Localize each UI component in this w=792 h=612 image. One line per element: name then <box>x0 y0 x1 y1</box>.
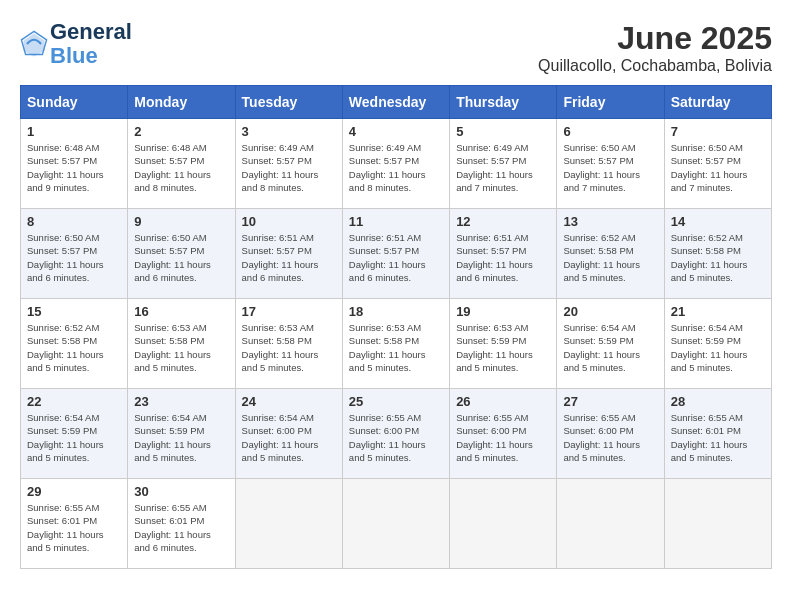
calendar-cell: 19Sunrise: 6:53 AMSunset: 5:59 PMDayligh… <box>450 299 557 389</box>
calendar-week-3: 15Sunrise: 6:52 AMSunset: 5:58 PMDayligh… <box>21 299 772 389</box>
weekday-header-wednesday: Wednesday <box>342 86 449 119</box>
day-info: Sunrise: 6:54 AMSunset: 6:00 PMDaylight:… <box>242 411 336 464</box>
day-info: Sunrise: 6:53 AMSunset: 5:59 PMDaylight:… <box>456 321 550 374</box>
calendar-cell: 5Sunrise: 6:49 AMSunset: 5:57 PMDaylight… <box>450 119 557 209</box>
day-info: Sunrise: 6:53 AMSunset: 5:58 PMDaylight:… <box>242 321 336 374</box>
calendar-cell: 16Sunrise: 6:53 AMSunset: 5:58 PMDayligh… <box>128 299 235 389</box>
day-info: Sunrise: 6:49 AMSunset: 5:57 PMDaylight:… <box>456 141 550 194</box>
calendar-cell <box>235 479 342 569</box>
day-info: Sunrise: 6:55 AMSunset: 6:01 PMDaylight:… <box>27 501 121 554</box>
location-title: Quillacollo, Cochabamba, Bolivia <box>538 57 772 75</box>
weekday-header-friday: Friday <box>557 86 664 119</box>
day-info: Sunrise: 6:53 AMSunset: 5:58 PMDaylight:… <box>134 321 228 374</box>
calendar-cell: 27Sunrise: 6:55 AMSunset: 6:00 PMDayligh… <box>557 389 664 479</box>
day-info: Sunrise: 6:51 AMSunset: 5:57 PMDaylight:… <box>242 231 336 284</box>
calendar-cell: 15Sunrise: 6:52 AMSunset: 5:58 PMDayligh… <box>21 299 128 389</box>
day-number: 16 <box>134 304 228 319</box>
day-number: 6 <box>563 124 657 139</box>
calendar-cell: 21Sunrise: 6:54 AMSunset: 5:59 PMDayligh… <box>664 299 771 389</box>
day-info: Sunrise: 6:48 AMSunset: 5:57 PMDaylight:… <box>27 141 121 194</box>
day-number: 3 <box>242 124 336 139</box>
day-number: 22 <box>27 394 121 409</box>
day-info: Sunrise: 6:54 AMSunset: 5:59 PMDaylight:… <box>134 411 228 464</box>
calendar-cell: 28Sunrise: 6:55 AMSunset: 6:01 PMDayligh… <box>664 389 771 479</box>
day-number: 13 <box>563 214 657 229</box>
day-info: Sunrise: 6:55 AMSunset: 6:01 PMDaylight:… <box>671 411 765 464</box>
calendar-cell: 11Sunrise: 6:51 AMSunset: 5:57 PMDayligh… <box>342 209 449 299</box>
day-number: 24 <box>242 394 336 409</box>
calendar-week-5: 29Sunrise: 6:55 AMSunset: 6:01 PMDayligh… <box>21 479 772 569</box>
calendar-cell: 14Sunrise: 6:52 AMSunset: 5:58 PMDayligh… <box>664 209 771 299</box>
calendar-cell <box>450 479 557 569</box>
weekday-header-monday: Monday <box>128 86 235 119</box>
calendar-cell: 8Sunrise: 6:50 AMSunset: 5:57 PMDaylight… <box>21 209 128 299</box>
calendar-table: SundayMondayTuesdayWednesdayThursdayFrid… <box>20 85 772 569</box>
calendar-cell: 30Sunrise: 6:55 AMSunset: 6:01 PMDayligh… <box>128 479 235 569</box>
weekday-header-row: SundayMondayTuesdayWednesdayThursdayFrid… <box>21 86 772 119</box>
day-number: 19 <box>456 304 550 319</box>
logo-text: GeneralBlue <box>50 20 132 68</box>
day-number: 26 <box>456 394 550 409</box>
day-info: Sunrise: 6:52 AMSunset: 5:58 PMDaylight:… <box>27 321 121 374</box>
day-info: Sunrise: 6:53 AMSunset: 5:58 PMDaylight:… <box>349 321 443 374</box>
day-number: 28 <box>671 394 765 409</box>
day-number: 21 <box>671 304 765 319</box>
calendar-cell: 3Sunrise: 6:49 AMSunset: 5:57 PMDaylight… <box>235 119 342 209</box>
day-number: 30 <box>134 484 228 499</box>
day-number: 20 <box>563 304 657 319</box>
calendar-cell <box>342 479 449 569</box>
day-number: 5 <box>456 124 550 139</box>
calendar-cell: 13Sunrise: 6:52 AMSunset: 5:58 PMDayligh… <box>557 209 664 299</box>
calendar-cell <box>664 479 771 569</box>
day-info: Sunrise: 6:52 AMSunset: 5:58 PMDaylight:… <box>563 231 657 284</box>
month-title: June 2025 <box>538 20 772 57</box>
calendar-cell: 2Sunrise: 6:48 AMSunset: 5:57 PMDaylight… <box>128 119 235 209</box>
calendar-cell: 10Sunrise: 6:51 AMSunset: 5:57 PMDayligh… <box>235 209 342 299</box>
logo-icon <box>20 30 48 58</box>
day-number: 2 <box>134 124 228 139</box>
calendar-cell <box>557 479 664 569</box>
calendar-cell: 29Sunrise: 6:55 AMSunset: 6:01 PMDayligh… <box>21 479 128 569</box>
day-info: Sunrise: 6:51 AMSunset: 5:57 PMDaylight:… <box>456 231 550 284</box>
weekday-header-tuesday: Tuesday <box>235 86 342 119</box>
calendar-cell: 23Sunrise: 6:54 AMSunset: 5:59 PMDayligh… <box>128 389 235 479</box>
calendar-cell: 24Sunrise: 6:54 AMSunset: 6:00 PMDayligh… <box>235 389 342 479</box>
day-number: 4 <box>349 124 443 139</box>
day-number: 25 <box>349 394 443 409</box>
page-header: GeneralBlue June 2025 Quillacollo, Cocha… <box>20 20 772 75</box>
day-info: Sunrise: 6:50 AMSunset: 5:57 PMDaylight:… <box>563 141 657 194</box>
weekday-header-sunday: Sunday <box>21 86 128 119</box>
calendar-cell: 7Sunrise: 6:50 AMSunset: 5:57 PMDaylight… <box>664 119 771 209</box>
calendar-cell: 18Sunrise: 6:53 AMSunset: 5:58 PMDayligh… <box>342 299 449 389</box>
day-info: Sunrise: 6:49 AMSunset: 5:57 PMDaylight:… <box>349 141 443 194</box>
day-info: Sunrise: 6:48 AMSunset: 5:57 PMDaylight:… <box>134 141 228 194</box>
day-number: 7 <box>671 124 765 139</box>
day-number: 8 <box>27 214 121 229</box>
weekday-header-saturday: Saturday <box>664 86 771 119</box>
day-info: Sunrise: 6:49 AMSunset: 5:57 PMDaylight:… <box>242 141 336 194</box>
calendar-cell: 1Sunrise: 6:48 AMSunset: 5:57 PMDaylight… <box>21 119 128 209</box>
day-info: Sunrise: 6:55 AMSunset: 6:00 PMDaylight:… <box>563 411 657 464</box>
logo: GeneralBlue <box>20 20 132 68</box>
calendar-cell: 6Sunrise: 6:50 AMSunset: 5:57 PMDaylight… <box>557 119 664 209</box>
calendar-cell: 26Sunrise: 6:55 AMSunset: 6:00 PMDayligh… <box>450 389 557 479</box>
day-number: 15 <box>27 304 121 319</box>
day-info: Sunrise: 6:50 AMSunset: 5:57 PMDaylight:… <box>134 231 228 284</box>
day-number: 11 <box>349 214 443 229</box>
day-info: Sunrise: 6:54 AMSunset: 5:59 PMDaylight:… <box>27 411 121 464</box>
day-number: 23 <box>134 394 228 409</box>
calendar-cell: 17Sunrise: 6:53 AMSunset: 5:58 PMDayligh… <box>235 299 342 389</box>
day-number: 14 <box>671 214 765 229</box>
day-number: 29 <box>27 484 121 499</box>
calendar-cell: 9Sunrise: 6:50 AMSunset: 5:57 PMDaylight… <box>128 209 235 299</box>
calendar-week-1: 1Sunrise: 6:48 AMSunset: 5:57 PMDaylight… <box>21 119 772 209</box>
day-info: Sunrise: 6:54 AMSunset: 5:59 PMDaylight:… <box>671 321 765 374</box>
day-number: 1 <box>27 124 121 139</box>
calendar-cell: 20Sunrise: 6:54 AMSunset: 5:59 PMDayligh… <box>557 299 664 389</box>
calendar-week-4: 22Sunrise: 6:54 AMSunset: 5:59 PMDayligh… <box>21 389 772 479</box>
day-info: Sunrise: 6:55 AMSunset: 6:00 PMDaylight:… <box>349 411 443 464</box>
title-section: June 2025 Quillacollo, Cochabamba, Boliv… <box>538 20 772 75</box>
calendar-cell: 22Sunrise: 6:54 AMSunset: 5:59 PMDayligh… <box>21 389 128 479</box>
day-info: Sunrise: 6:52 AMSunset: 5:58 PMDaylight:… <box>671 231 765 284</box>
day-info: Sunrise: 6:54 AMSunset: 5:59 PMDaylight:… <box>563 321 657 374</box>
